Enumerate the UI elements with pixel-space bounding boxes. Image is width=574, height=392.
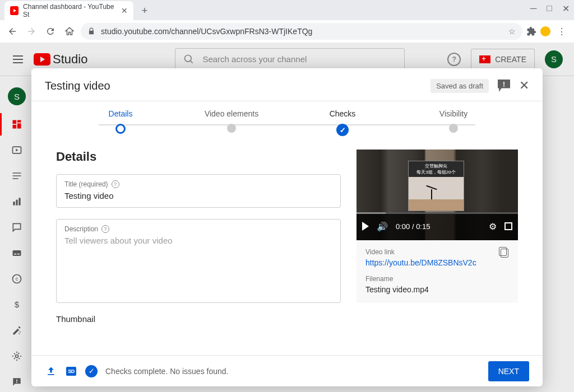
window-controls: ─ □ ✕ xyxy=(530,3,570,14)
description-label: Description xyxy=(64,225,98,233)
url-text: studio.youtube.com/channel/UCsvGxwpnFRsN… xyxy=(101,27,312,36)
settings-gear-icon[interactable]: ⚙ xyxy=(489,221,497,232)
upload-modal: Testing video Saved as draft ✕ Details V… xyxy=(31,68,543,386)
step-dot-icon xyxy=(449,124,458,133)
description-field[interactable]: Description ? Tell viewers about your vi… xyxy=(56,219,341,303)
svg-rect-18 xyxy=(48,374,54,375)
tab-title: Channel dashboard - YouTube St xyxy=(23,3,117,18)
title-field[interactable]: Title (required) ? Testing video xyxy=(56,174,341,208)
step-dot-icon xyxy=(115,124,126,134)
step-dot-icon xyxy=(336,124,349,136)
draft-badge: Saved as draft xyxy=(430,79,489,93)
youtube-favicon-icon xyxy=(10,6,18,15)
step-checks[interactable]: Checks xyxy=(287,109,398,136)
new-tab-button[interactable]: + xyxy=(137,3,152,18)
video-floor xyxy=(409,199,464,211)
browser-menu-icon[interactable]: ⋮ xyxy=(554,24,570,39)
section-title: Details xyxy=(56,150,341,164)
help-icon[interactable]: ? xyxy=(101,225,109,233)
step-video-elements[interactable]: Video elements xyxy=(176,109,287,136)
modal-body: Details Title (required) ? Testing video… xyxy=(31,136,543,355)
filename-label: Filename xyxy=(365,275,509,283)
home-button[interactable] xyxy=(62,24,77,39)
video-overlay-text: 交替触脚尖 每天3组，每组20个 xyxy=(409,163,464,175)
preview-panel: 交替触脚尖 每天3组，每组20个 🔊 0:00 / 0:15 ⚙ xyxy=(357,150,518,355)
fullscreen-icon[interactable] xyxy=(504,222,512,230)
footer-status: Checks complete. No issues found. xyxy=(105,367,228,376)
copy-link-icon[interactable] xyxy=(498,247,509,258)
video-preview[interactable]: 交替触脚尖 每天3组，每组20个 🔊 0:00 / 0:15 ⚙ xyxy=(357,150,518,240)
back-button[interactable] xyxy=(4,24,20,39)
step-dot-icon xyxy=(227,124,236,133)
reload-button[interactable] xyxy=(43,24,58,39)
lock-icon xyxy=(87,27,95,35)
description-placeholder: Tell viewers about your video xyxy=(64,236,332,245)
close-icon[interactable]: ✕ xyxy=(519,78,529,93)
time-display: 0:00 / 0:15 xyxy=(396,222,430,231)
step-details[interactable]: Details xyxy=(65,109,176,136)
upload-status-icon xyxy=(45,365,57,377)
title-value: Testing video xyxy=(64,191,332,200)
step-line xyxy=(99,124,475,125)
browser-tab[interactable]: Channel dashboard - YouTube St ✕ xyxy=(4,1,133,20)
video-meta: Video link https://youtu.be/DM8ZSBNsV2c … xyxy=(357,240,518,303)
progress-bar[interactable] xyxy=(357,212,518,214)
thumbnail-label: Thumbnail xyxy=(56,314,341,324)
feedback-icon[interactable] xyxy=(498,80,510,92)
tab-bar: Channel dashboard - YouTube St ✕ + xyxy=(0,0,574,20)
modal-header: Testing video Saved as draft ✕ xyxy=(31,68,543,101)
volume-icon[interactable]: 🔊 xyxy=(377,221,388,232)
address-bar-row: studio.youtube.com/channel/UCsvGxwpnFRsN… xyxy=(0,20,574,43)
video-inner-frame: 交替触脚尖 每天3组，每组20个 xyxy=(408,161,464,211)
bookmark-star-icon[interactable]: ☆ xyxy=(508,27,516,36)
minimize-icon[interactable]: ─ xyxy=(530,3,536,14)
play-icon[interactable] xyxy=(362,222,369,231)
profile-extension-icon[interactable] xyxy=(540,26,550,36)
next-button[interactable]: NEXT xyxy=(488,361,529,381)
extensions-icon[interactable] xyxy=(526,26,537,37)
forward-button xyxy=(24,24,39,39)
modal-footer: SD ✓ Checks complete. No issues found. N… xyxy=(31,355,543,386)
modal-title: Testing video xyxy=(45,80,110,92)
close-window-icon[interactable]: ✕ xyxy=(562,3,570,14)
video-link[interactable]: https://youtu.be/DM8ZSBNsV2c xyxy=(365,258,509,267)
video-link-label: Video link xyxy=(365,248,509,256)
maximize-icon[interactable]: □ xyxy=(547,3,552,14)
checks-complete-icon: ✓ xyxy=(85,365,98,377)
help-icon[interactable]: ? xyxy=(112,180,119,188)
title-label: Title (required) xyxy=(64,180,108,188)
address-bar[interactable]: studio.youtube.com/channel/UCsvGxwpnFRsN… xyxy=(81,23,522,40)
video-controls: 🔊 0:00 / 0:15 ⚙ xyxy=(357,212,518,240)
stepper: Details Video elements Checks Visibility xyxy=(31,101,543,136)
filename-value: Testing video.mp4 xyxy=(365,285,509,294)
tab-close-icon[interactable]: ✕ xyxy=(121,6,128,15)
step-visibility[interactable]: Visibility xyxy=(398,109,509,136)
hd-badge-icon: SD xyxy=(65,365,77,377)
details-form: Details Title (required) ? Testing video… xyxy=(56,150,341,355)
browser-chrome: ─ □ ✕ Channel dashboard - YouTube St ✕ +… xyxy=(0,0,574,43)
